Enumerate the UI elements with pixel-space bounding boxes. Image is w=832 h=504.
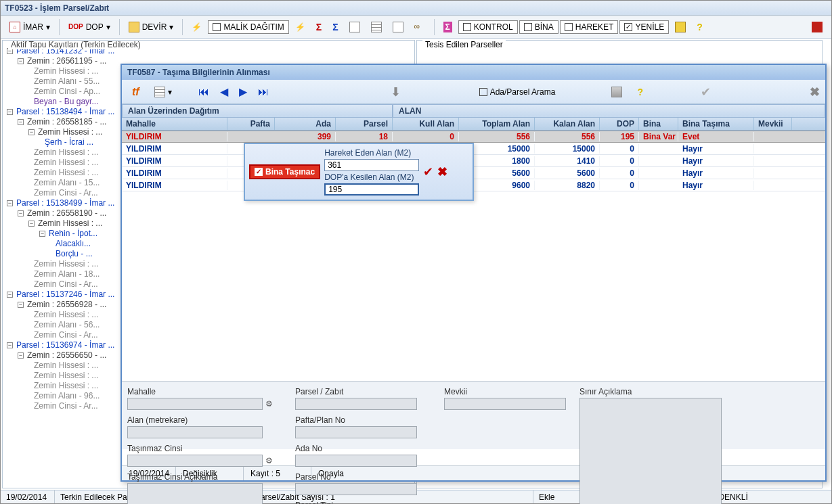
table-row[interactable]: YILDIRIM 399 18 0 556 556 195 Bina Var İ… [122, 131, 825, 143]
tool-button-a[interactable] [670, 19, 691, 35]
field-tasinmaz-cinsi: Taşınmaz Cinsi ⚙ [127, 444, 275, 467]
tree-item[interactable]: Zemin Hissesi : ... [34, 361, 98, 371]
tree-item[interactable]: Zemin Hissesi : ... [34, 168, 98, 178]
bina-tasinac-toggle[interactable]: ✓ Bina Taşınac [249, 164, 320, 179]
tree-item[interactable]: Zemin Alanı - 55... [34, 76, 100, 87]
cell: 0 [600, 144, 639, 154]
sigma-pink-button[interactable]: Σ [439, 19, 457, 35]
grid-options-button[interactable]: ▾ [150, 84, 177, 100]
download-button[interactable]: ⬇ [391, 85, 401, 99]
print-button[interactable] [607, 84, 627, 100]
parsel-zabit-input[interactable] [295, 398, 417, 410]
tree-item[interactable]: Parsel : 15136974 - İmar ... [16, 340, 114, 350]
tree-item[interactable]: Zemin Alanı - 18... [34, 269, 100, 279]
tc-aciklama-input[interactable] [127, 483, 263, 504]
popup-cancel-button[interactable]: ✖ [437, 164, 447, 179]
dop-menu[interactable]: DOP DOP ▾ [64, 20, 115, 35]
nav-last-button[interactable]: ⏭ [255, 86, 271, 98]
col-kalan-alan[interactable]: Kalan Alan [535, 118, 600, 130]
tree-item[interactable]: Zemin Cinsi - Ar... [34, 188, 98, 198]
lookup-icon[interactable]: ⚙ [265, 456, 275, 465]
parsel-no-input[interactable] [295, 483, 417, 495]
tree-item[interactable]: Zemin Hissesi : ... [38, 127, 102, 137]
col-bina[interactable]: Bina [639, 118, 678, 130]
tree-item[interactable]: Zemin Hissesi : ... [34, 259, 98, 269]
yenile-toggle[interactable]: ✓ YENİLE [619, 20, 669, 34]
bolt-button[interactable]: ⚡ [187, 20, 206, 35]
tree-item[interactable]: Parsel : 15138499 - İmar ... [16, 198, 114, 208]
tree-item[interactable]: Alacaklı... [56, 239, 91, 249]
col-ada[interactable]: Ada [275, 118, 336, 130]
tree-item[interactable]: Parsel : 15137246 - İmar ... [16, 290, 114, 300]
tree-item[interactable]: Zemin Hissesi : ... [38, 219, 102, 229]
hareket-input[interactable] [324, 159, 419, 171]
sinir-input[interactable] [579, 398, 722, 504]
col-mahalle[interactable]: Mahalle [122, 118, 227, 130]
malik-dagitim-toggle[interactable]: MALİK DAĞITIM [208, 20, 288, 34]
field-sinir: Sınır Açıklama [579, 387, 722, 504]
lookup-icon[interactable]: ⚙ [265, 399, 275, 409]
popup-ok-button[interactable]: ✔ [423, 164, 433, 179]
tree-item[interactable]: Borçlu - ... [56, 249, 93, 259]
tree-item[interactable]: Beyan - Bu gayr... [34, 97, 98, 107]
tree-item[interactable]: Zemin : 26556928 - ... [27, 300, 106, 310]
col-bina-tasima[interactable]: Bina Taşıma [678, 118, 754, 130]
alan-m2-input[interactable] [127, 426, 263, 438]
col-pafta[interactable]: Pafta [227, 118, 275, 130]
tree-item[interactable]: Zemin Alanı - 96... [34, 391, 100, 401]
hareket-toggle[interactable]: HAREKET [560, 20, 619, 34]
pafta-plan-input[interactable] [295, 426, 417, 438]
kontrol-toggle[interactable]: KONTROL [458, 20, 518, 34]
tree-item[interactable]: Zemin Hissesi : ... [34, 310, 98, 320]
dialog-help-button[interactable]: ? [632, 84, 648, 100]
col-parsel[interactable]: Parsel [336, 118, 393, 130]
tree-item[interactable]: Zemin Hissesi : ... [34, 371, 98, 381]
tree-item[interactable]: Zemin Alanı - 15... [34, 178, 100, 188]
tree-item[interactable]: Zemin Alanı - 56... [34, 320, 100, 330]
confirm-button[interactable]: ✔ [701, 85, 711, 99]
col-mevkii[interactable]: Mevkii [754, 118, 792, 130]
col-dop[interactable]: DOP [600, 118, 639, 130]
doc-button-1[interactable] [345, 19, 365, 35]
nav-prev-button[interactable]: ◀ [217, 85, 231, 98]
nav-next-button[interactable]: ▶ [236, 85, 250, 98]
tree-item[interactable]: Zemin : 26561195 - ... [27, 56, 106, 66]
link-button[interactable]: ∞ [410, 19, 430, 35]
doc-button-2[interactable] [388, 19, 408, 35]
nav-first-button[interactable]: ⏮ [196, 86, 212, 98]
imar-menu[interactable]: ⌂ İMAR ▾ [5, 19, 55, 35]
tree-item[interactable]: Zemin : 26558185 - ... [27, 117, 106, 127]
tree-item[interactable]: Zemin Hissesi : ... [34, 158, 98, 168]
tree-item[interactable]: Zemin Cinsi - Ar... [34, 279, 98, 290]
sigma-red-button[interactable]: Σ [311, 19, 326, 35]
tree-item[interactable]: Zemin Hissesi : ... [34, 147, 98, 158]
help-button[interactable]: ? [692, 19, 707, 35]
tree-item[interactable]: Zemin Hissesi : ... [34, 66, 98, 76]
close-button[interactable] [807, 19, 827, 35]
mevkii-input[interactable] [444, 398, 566, 410]
search-toggle[interactable]: Ada/Parsel Arama [479, 87, 556, 97]
dop-kesilen-input[interactable] [324, 183, 419, 196]
tasinmaz-cinsi-input[interactable] [127, 455, 263, 467]
red-bolt-button[interactable]: ⚡ [290, 20, 310, 35]
ada-no-input[interactable] [295, 455, 417, 467]
bina-toggle[interactable]: BİNA [519, 20, 559, 34]
dialog-close-button[interactable]: ✖ [810, 85, 820, 99]
tree-item[interactable]: Zemin Cinsi - Ar... [34, 330, 98, 340]
tree-item[interactable]: Parsel : 15138494 - İmar ... [16, 107, 114, 117]
tree-item[interactable]: Zemin Cinsi - Ar... [34, 401, 98, 411]
col-kull-alan[interactable]: Kull Alan [393, 118, 459, 130]
logo-button[interactable]: tf [127, 83, 144, 101]
sigma-blue-button[interactable]: Σ [328, 19, 343, 35]
col-toplam-alan[interactable]: Toplam Alan [459, 118, 535, 130]
tree-item[interactable]: Rehin - İpot... [49, 229, 97, 239]
bolt-icon: ⚡ [192, 22, 202, 32]
tree-item[interactable]: Zemin : 26558190 - ... [27, 208, 106, 219]
tree-item[interactable]: Şerh - İcrai ... [45, 137, 93, 147]
tree-item[interactable]: Zemin : 26556650 - ... [27, 350, 106, 361]
tree-item[interactable]: Zemin Hissesi : ... [34, 381, 98, 391]
devir-menu[interactable]: DEVİR ▾ [124, 19, 179, 35]
tree-item[interactable]: Zemin Cinsi - Ap... [34, 87, 100, 97]
grid-button[interactable] [366, 19, 387, 35]
mahalle-input[interactable] [127, 398, 263, 410]
